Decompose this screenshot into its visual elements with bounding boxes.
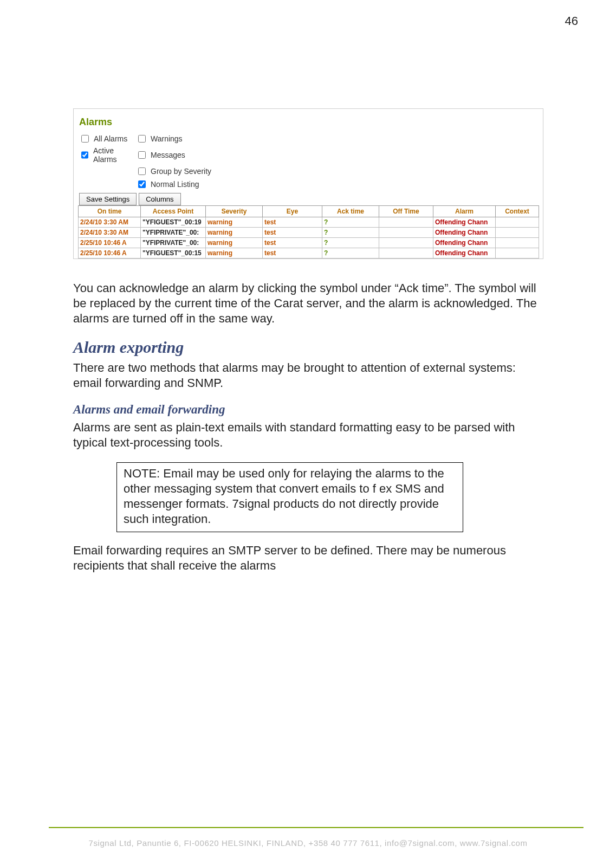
cell-alarm: Offending Chann — [433, 238, 496, 248]
table-row[interactable]: 2/25/10 10:46 A"YFIPRIVATE"_00:warningte… — [79, 238, 539, 248]
heading-email-fwd: Alarms and email forwarding — [73, 402, 544, 417]
cell-ctx — [496, 217, 539, 228]
table-row[interactable]: 2/24/10 3:30 AM"YFIGUEST"_00:19warningte… — [79, 217, 539, 228]
checkbox-messages[interactable]: Messages — [136, 146, 244, 164]
cell-off — [379, 228, 433, 238]
th-alarm[interactable]: Alarm — [433, 206, 496, 217]
checkbox-all-alarms-label: All Alarms — [94, 134, 127, 143]
cell-sev: warning — [206, 248, 263, 258]
page: 46 Alarms All Alarms Warnings Active Ala… — [0, 0, 616, 866]
cell-alarm: Offending Chann — [433, 228, 496, 238]
paragraph-smtp: Email forwarding requires an SMTP server… — [73, 543, 544, 573]
th-access-point[interactable]: Access Point — [141, 206, 206, 217]
cell-on: 2/24/10 3:30 AM — [79, 228, 141, 238]
checkbox-messages-label: Messages — [151, 151, 185, 159]
cell-ap: "YFIGUEST"_00:19 — [141, 217, 206, 228]
checkbox-all-alarms[interactable]: All Alarms — [79, 133, 136, 144]
th-ack-time[interactable]: Ack time — [322, 206, 379, 217]
checkbox-warnings-input[interactable] — [138, 135, 146, 143]
checkbox-group-severity-label: Group by Severity — [151, 167, 211, 176]
cell-ap: "YFIPRIVATE"_00: — [141, 228, 206, 238]
cell-on: 2/24/10 3:30 AM — [79, 217, 141, 228]
alarms-title: Alarms — [79, 117, 539, 128]
checkbox-active-alarms-input[interactable] — [81, 151, 88, 159]
paragraph-methods: There are two methods that alarms may be… — [73, 360, 544, 391]
cell-eye: test — [263, 228, 322, 238]
cell-alarm: Offending Chann — [433, 217, 496, 228]
cell-ctx — [496, 248, 539, 258]
checkbox-active-alarms[interactable]: Active Alarms — [79, 146, 136, 164]
prose: You can acknowledge an alarm by clicking… — [73, 281, 544, 573]
table-row[interactable]: 2/24/10 3:30 AM"YFIPRIVATE"_00:warningte… — [79, 228, 539, 238]
cell-eye: test — [263, 238, 322, 248]
cell-on: 2/25/10 10:46 A — [79, 248, 141, 258]
th-off-time[interactable]: Off Time — [379, 206, 433, 217]
cell-sev: warning — [206, 238, 263, 248]
checkbox-warnings-label: Warnings — [151, 134, 183, 143]
filter-group: All Alarms Warnings Active Alarms Messag… — [79, 133, 539, 190]
alarms-panel: Alarms All Alarms Warnings Active Alarms… — [73, 108, 543, 259]
alarm-tbody: 2/24/10 3:30 AM"YFIGUEST"_00:19warningte… — [79, 217, 539, 258]
cell-ack[interactable]: ? — [322, 217, 379, 228]
checkbox-messages-input[interactable] — [138, 151, 146, 159]
footer-rule — [49, 827, 583, 828]
heading-alarm-exporting: Alarm exporting — [73, 337, 544, 358]
cell-ap: "YFIGUEST"_00:15 — [141, 248, 206, 258]
checkbox-normal-listing-label: Normal Listing — [151, 180, 199, 189]
cell-ctx — [496, 238, 539, 248]
checkbox-group-severity[interactable]: Group by Severity — [136, 166, 244, 177]
main-content: Alarms All Alarms Warnings Active Alarms… — [73, 108, 550, 584]
cell-off — [379, 238, 433, 248]
checkbox-warnings[interactable]: Warnings — [136, 133, 244, 144]
alarm-table: On time Access Point Severity Eye Ack ti… — [78, 205, 539, 258]
cell-sev: warning — [206, 228, 263, 238]
cell-ctx — [496, 228, 539, 238]
paragraph-plaintext: Alarms are sent as plain-text emails wit… — [73, 420, 544, 450]
table-row[interactable]: 2/25/10 10:46 A"YFIGUEST"_00:15warningte… — [79, 248, 539, 258]
cell-off — [379, 217, 433, 228]
note-box: NOTE: Email may be used only for relayin… — [116, 462, 463, 532]
paragraph-ack: You can acknowledge an alarm by clicking… — [73, 281, 544, 326]
cell-eye: test — [263, 248, 322, 258]
cell-sev: warning — [206, 217, 263, 228]
page-number: 46 — [565, 14, 578, 28]
table-header-row: On time Access Point Severity Eye Ack ti… — [79, 206, 539, 217]
checkbox-active-alarms-label: Active Alarms — [93, 146, 136, 164]
checkbox-all-alarms-input[interactable] — [81, 135, 89, 143]
footer-text: 7signal Ltd, Panuntie 6, FI-00620 HELSIN… — [0, 838, 616, 848]
checkbox-normal-listing-input[interactable] — [138, 180, 146, 188]
th-severity[interactable]: Severity — [206, 206, 263, 217]
cell-ack[interactable]: ? — [322, 228, 379, 238]
cell-off — [379, 248, 433, 258]
cell-ack[interactable]: ? — [322, 248, 379, 258]
save-settings-button[interactable]: Save Settings — [79, 193, 137, 205]
checkbox-normal-listing[interactable]: Normal Listing — [136, 179, 244, 190]
cell-on: 2/25/10 10:46 A — [79, 238, 141, 248]
th-eye[interactable]: Eye — [263, 206, 322, 217]
cell-alarm: Offending Chann — [433, 248, 496, 258]
columns-button[interactable]: Columns — [139, 193, 180, 205]
cell-ap: "YFIPRIVATE"_00: — [141, 238, 206, 248]
cell-eye: test — [263, 217, 322, 228]
th-on-time[interactable]: On time — [79, 206, 141, 217]
cell-ack[interactable]: ? — [322, 238, 379, 248]
button-row: Save Settings Columns — [79, 193, 539, 205]
checkbox-group-severity-input[interactable] — [138, 167, 146, 175]
th-context[interactable]: Context — [496, 206, 539, 217]
